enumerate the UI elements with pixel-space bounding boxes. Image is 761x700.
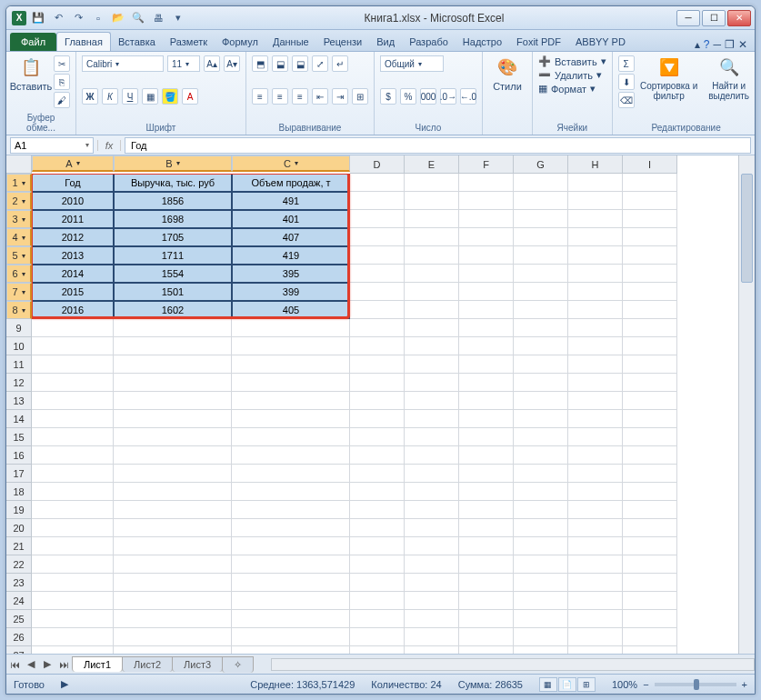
select-all-corner[interactable] <box>6 155 32 174</box>
cell-E21[interactable] <box>405 537 459 555</box>
cell-D22[interactable] <box>350 555 405 574</box>
cell-C22[interactable] <box>232 555 350 574</box>
open-icon[interactable]: 📂 <box>110 10 126 26</box>
cell-C19[interactable] <box>232 501 350 519</box>
cell-A19[interactable] <box>32 501 114 519</box>
undo-icon[interactable]: ↶ <box>50 10 66 26</box>
row-header-3[interactable]: 3 <box>6 210 32 228</box>
cell-H13[interactable] <box>568 392 623 410</box>
cell-E23[interactable] <box>405 574 459 592</box>
font-size-select[interactable]: 11 <box>167 55 200 72</box>
inc-decimal-icon[interactable]: .0→ <box>440 88 456 105</box>
cell-C13[interactable] <box>232 392 350 410</box>
normal-view-icon[interactable]: ▦ <box>539 677 557 692</box>
cell-F10[interactable] <box>459 337 514 355</box>
cell-D23[interactable] <box>350 574 405 592</box>
cell-D2[interactable] <box>350 192 405 210</box>
cell-B5[interactable]: 1711 <box>114 246 232 265</box>
cell-B11[interactable] <box>114 355 232 374</box>
cell-G15[interactable] <box>514 428 568 446</box>
cell-D18[interactable] <box>350 483 405 501</box>
col-header-C[interactable]: C <box>232 155 350 172</box>
cell-D11[interactable] <box>350 355 405 374</box>
cell-B3[interactable]: 1698 <box>114 210 232 228</box>
close-button[interactable]: ✕ <box>727 10 751 26</box>
cell-H26[interactable] <box>568 628 623 646</box>
cell-B19[interactable] <box>114 501 232 519</box>
vertical-scrollbar[interactable] <box>738 155 755 654</box>
tab-nav-prev-icon[interactable]: ◀ <box>23 658 39 670</box>
merge-icon[interactable]: ⊞ <box>352 88 368 105</box>
row-header-19[interactable]: 19 <box>6 501 32 519</box>
cell-I7[interactable] <box>623 283 677 301</box>
cut-icon[interactable]: ✂ <box>54 55 70 72</box>
cell-A13[interactable] <box>32 392 114 410</box>
cell-C16[interactable] <box>232 446 350 465</box>
cell-E7[interactable] <box>405 283 459 301</box>
cell-D16[interactable] <box>350 446 405 465</box>
cell-C3[interactable]: 401 <box>232 210 350 228</box>
cell-I2[interactable] <box>623 192 677 210</box>
tab-abbyy[interactable]: ABBYY PD <box>568 33 633 51</box>
minimize-button[interactable]: ─ <box>676 10 700 26</box>
cell-D20[interactable] <box>350 519 405 537</box>
cell-D1[interactable] <box>350 174 405 192</box>
cell-A22[interactable] <box>32 555 114 574</box>
cell-B15[interactable] <box>114 428 232 446</box>
row-header-7[interactable]: 7 <box>6 283 32 301</box>
cell-I27[interactable] <box>623 646 677 654</box>
cell-B17[interactable] <box>114 465 232 483</box>
cell-G1[interactable] <box>514 174 568 192</box>
cell-F17[interactable] <box>459 465 514 483</box>
align-top-icon[interactable]: ⬒ <box>252 55 268 72</box>
cell-B16[interactable] <box>114 446 232 465</box>
bold-button[interactable]: Ж <box>82 88 98 105</box>
row-header-23[interactable]: 23 <box>6 574 32 592</box>
insert-cells-button[interactable]: ➕Вставить ▾ <box>538 55 606 67</box>
cell-E25[interactable] <box>405 610 459 628</box>
col-header-H[interactable]: H <box>568 155 623 174</box>
cell-G24[interactable] <box>514 592 568 610</box>
cell-E2[interactable] <box>405 192 459 210</box>
cell-C11[interactable] <box>232 355 350 374</box>
cell-F6[interactable] <box>459 265 514 283</box>
cell-D12[interactable] <box>350 374 405 392</box>
minimize-ribbon-icon[interactable]: ▴ <box>695 38 700 51</box>
new-icon[interactable]: ▫ <box>90 10 106 26</box>
cell-A16[interactable] <box>32 446 114 465</box>
cell-D8[interactable] <box>350 301 405 319</box>
cell-B14[interactable] <box>114 410 232 428</box>
tab-view[interactable]: Вид <box>369 33 402 51</box>
cell-A5[interactable]: 2013 <box>32 246 114 265</box>
grow-font-icon[interactable]: A▴ <box>204 55 220 72</box>
doc-minimize-icon[interactable]: ─ <box>713 38 721 51</box>
grid[interactable]: ГодВыручка, тыс. рубОбъем продаж, т20101… <box>32 174 738 654</box>
cell-G20[interactable] <box>514 519 568 537</box>
cell-C2[interactable]: 491 <box>232 192 350 210</box>
cell-E13[interactable] <box>405 392 459 410</box>
page-break-view-icon[interactable]: ⊞ <box>577 677 596 692</box>
row-header-27[interactable]: 27 <box>6 646 32 654</box>
dec-decimal-icon[interactable]: ←.0 <box>460 88 476 105</box>
doc-close-icon[interactable]: ✕ <box>738 38 747 51</box>
cell-B8[interactable]: 1602 <box>114 301 232 319</box>
cell-D3[interactable] <box>350 210 405 228</box>
cell-E11[interactable] <box>405 355 459 374</box>
cell-D27[interactable] <box>350 646 405 654</box>
zoom-out-icon[interactable]: − <box>643 679 648 690</box>
doc-restore-icon[interactable]: ❐ <box>725 38 735 51</box>
cell-B22[interactable] <box>114 555 232 574</box>
cell-G12[interactable] <box>514 374 568 392</box>
cell-E3[interactable] <box>405 210 459 228</box>
cell-C7[interactable]: 399 <box>232 283 350 301</box>
tab-foxit[interactable]: Foxit PDF <box>509 33 568 51</box>
cell-E10[interactable] <box>405 337 459 355</box>
row-header-24[interactable]: 24 <box>6 592 32 610</box>
cell-D9[interactable] <box>350 319 405 337</box>
cell-B9[interactable] <box>114 319 232 337</box>
cell-C17[interactable] <box>232 465 350 483</box>
cell-H9[interactable] <box>568 319 623 337</box>
new-sheet-tab[interactable]: ✧ <box>222 656 254 673</box>
cell-H5[interactable] <box>568 246 623 265</box>
fx-icon[interactable]: fx <box>97 140 121 151</box>
